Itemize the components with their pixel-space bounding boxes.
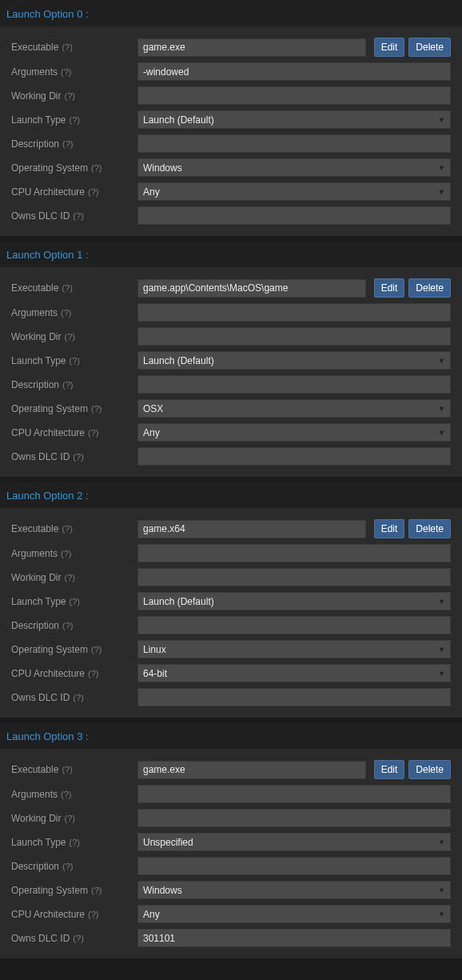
working_dir-field[interactable] <box>137 86 451 105</box>
arguments-field[interactable] <box>137 303 451 322</box>
description-label: Description (?) <box>11 861 137 872</box>
help-icon[interactable]: (?) <box>61 308 71 318</box>
arguments-label: Arguments (?) <box>11 66 137 78</box>
help-icon[interactable]: (?) <box>61 67 71 77</box>
section-title: Launch Option 2 : <box>0 482 462 508</box>
section-title: Launch Option 0 : <box>0 0 462 26</box>
executable-label: Executable (?) <box>11 523 137 534</box>
delete-button[interactable]: Delete <box>408 38 451 57</box>
owns_dlc-label: Owns DLC ID (?) <box>11 210 137 222</box>
executable-field[interactable]: game.exe <box>137 38 366 57</box>
executable-field[interactable]: game.x64 <box>137 520 366 538</box>
help-icon[interactable]: (?) <box>91 645 102 654</box>
help-icon[interactable]: (?) <box>62 862 73 871</box>
owns_dlc-field[interactable] <box>137 206 451 225</box>
working_dir-label: Working Dir (?) <box>11 331 137 342</box>
help-icon[interactable]: (?) <box>70 597 80 606</box>
launch_type-label: Launch Type (?) <box>11 596 137 607</box>
owns_dlc-field[interactable]: 301101 <box>137 929 451 947</box>
executable-field[interactable]: game.app\Contents\MacOS\game <box>137 279 366 298</box>
cpu-field[interactable]: Any <box>137 182 451 201</box>
help-icon[interactable]: (?) <box>62 283 72 293</box>
arguments-label: Arguments (?) <box>11 789 137 800</box>
launch-option-section: Launch Option 3 : Executable (?) game.ex… <box>0 722 462 958</box>
help-icon[interactable]: (?) <box>64 573 74 582</box>
help-icon[interactable]: (?) <box>91 404 102 414</box>
arguments-label: Arguments (?) <box>11 548 137 559</box>
delete-button[interactable]: Delete <box>408 519 451 538</box>
os-field[interactable]: Windows <box>137 881 451 899</box>
description-field[interactable] <box>137 857 451 875</box>
help-icon[interactable]: (?) <box>91 886 102 895</box>
launch-option-section: Launch Option 0 : Executable (?) game.ex… <box>0 0 462 236</box>
arguments-field[interactable] <box>137 785 451 803</box>
launch_type-field[interactable]: Unspecified <box>137 833 451 851</box>
executable-label: Executable (?) <box>11 282 137 294</box>
description-field[interactable] <box>137 134 451 153</box>
executable-field[interactable]: game.exe <box>137 761 366 779</box>
owns_dlc-field[interactable] <box>137 447 451 466</box>
help-icon[interactable]: (?) <box>70 838 80 847</box>
help-icon[interactable]: (?) <box>62 621 73 630</box>
owns_dlc-label: Owns DLC ID (?) <box>11 451 137 462</box>
help-icon[interactable]: (?) <box>61 790 71 799</box>
working_dir-label: Working Dir (?) <box>11 90 137 102</box>
help-icon[interactable]: (?) <box>73 211 83 221</box>
help-icon[interactable]: (?) <box>61 549 71 558</box>
os-label: Operating System (?) <box>11 403 137 414</box>
os-field[interactable]: OSX <box>137 399 451 418</box>
cpu-label: CPU Architecture (?) <box>11 668 137 679</box>
delete-button[interactable]: Delete <box>408 278 451 298</box>
help-icon[interactable]: (?) <box>64 332 74 342</box>
cpu-field[interactable]: Any <box>137 905 451 923</box>
help-icon[interactable]: (?) <box>91 163 102 173</box>
delete-button[interactable]: Delete <box>408 760 451 779</box>
launch-option-section: Launch Option 1 : Executable (?) game.ap… <box>0 241 462 477</box>
description-field[interactable] <box>137 375 451 394</box>
working_dir-field[interactable] <box>137 568 451 586</box>
launch_type-field[interactable]: Launch (Default) <box>137 110 451 129</box>
help-icon[interactable]: (?) <box>62 139 73 149</box>
arguments-field[interactable]: -windowed <box>137 62 451 81</box>
os-label: Operating System (?) <box>11 644 137 655</box>
help-icon[interactable]: (?) <box>73 452 83 462</box>
help-icon[interactable]: (?) <box>88 187 98 197</box>
os-field[interactable]: Linux <box>137 640 451 658</box>
edit-button[interactable]: Edit <box>374 38 405 57</box>
help-icon[interactable]: (?) <box>88 669 98 678</box>
cpu-label: CPU Architecture (?) <box>11 186 137 198</box>
description-field[interactable] <box>137 616 451 634</box>
section-title: Launch Option 3 : <box>0 722 462 749</box>
owns_dlc-field[interactable] <box>137 688 451 706</box>
working_dir-field[interactable] <box>137 809 451 827</box>
edit-button[interactable]: Edit <box>374 278 405 298</box>
launch_type-field[interactable]: Launch (Default) <box>137 351 451 370</box>
os-label: Operating System (?) <box>11 162 137 174</box>
help-icon[interactable]: (?) <box>70 115 80 125</box>
edit-button[interactable]: Edit <box>374 760 405 779</box>
description-label: Description (?) <box>11 620 137 631</box>
os-field[interactable]: Windows <box>137 158 451 177</box>
help-icon[interactable]: (?) <box>62 765 72 774</box>
cpu-field[interactable]: 64-bit <box>137 664 451 682</box>
help-icon[interactable]: (?) <box>62 380 73 390</box>
help-icon[interactable]: (?) <box>73 934 83 943</box>
help-icon[interactable]: (?) <box>62 524 72 534</box>
help-icon[interactable]: (?) <box>64 814 74 823</box>
launch_type-field[interactable]: Launch (Default) <box>137 592 451 610</box>
working_dir-field[interactable] <box>137 327 451 346</box>
cpu-label: CPU Architecture (?) <box>11 427 137 438</box>
arguments-field[interactable] <box>137 544 451 562</box>
edit-button[interactable]: Edit <box>374 519 405 538</box>
help-icon[interactable]: (?) <box>62 42 72 52</box>
help-icon[interactable]: (?) <box>73 693 83 702</box>
section-title: Launch Option 1 : <box>0 241 462 267</box>
help-icon[interactable]: (?) <box>64 91 74 101</box>
working_dir-label: Working Dir (?) <box>11 572 137 583</box>
help-icon[interactable]: (?) <box>88 428 98 438</box>
cpu-label: CPU Architecture (?) <box>11 909 137 920</box>
cpu-field[interactable]: Any <box>137 423 451 442</box>
help-icon[interactable]: (?) <box>88 910 98 919</box>
os-label: Operating System (?) <box>11 885 137 896</box>
help-icon[interactable]: (?) <box>70 356 80 366</box>
